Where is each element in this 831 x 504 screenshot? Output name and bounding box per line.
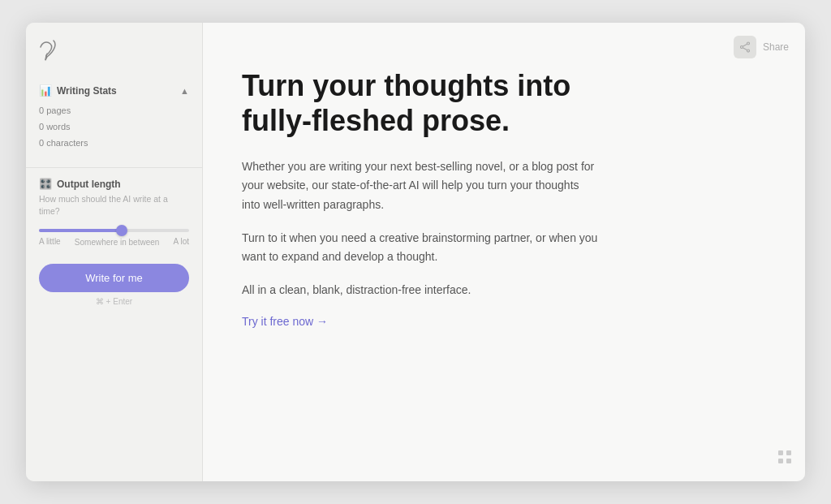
share-svg-icon bbox=[739, 41, 751, 53]
slider-label-middle: Somewhere in between bbox=[75, 237, 160, 248]
sidebar: 📊 Writing Stats ▲ 0 pages 0 words 0 char… bbox=[26, 23, 203, 481]
svg-line-4 bbox=[743, 48, 747, 50]
slider-labels: A little Somewhere in between A lot bbox=[39, 237, 189, 248]
grid-icon bbox=[777, 450, 792, 468]
slider-label-right: A lot bbox=[174, 237, 189, 248]
svg-point-0 bbox=[747, 42, 749, 45]
slider-thumb[interactable] bbox=[116, 225, 127, 236]
divider bbox=[26, 167, 202, 168]
svg-rect-6 bbox=[786, 450, 791, 455]
svg-rect-7 bbox=[778, 459, 783, 463]
writing-stats-section: 📊 Writing Stats ▲ 0 pages 0 words 0 char… bbox=[26, 78, 202, 157]
slider-fill bbox=[39, 229, 122, 232]
writing-stats-header: 📊 Writing Stats ▲ bbox=[39, 84, 189, 97]
hero-paragraph-2: Turn to it when you need a creative brai… bbox=[242, 229, 599, 266]
try-free-link[interactable]: Try it free now → bbox=[242, 315, 328, 328]
main-content: Share Turn your thoughts into fully-fles… bbox=[203, 23, 805, 481]
logo-area bbox=[26, 36, 202, 78]
slider-track bbox=[39, 229, 189, 232]
output-length-title: Output length bbox=[57, 179, 121, 190]
hero-content: Turn your thoughts into fully-fleshed pr… bbox=[242, 68, 599, 329]
output-length-description: How much should the AI write at a time? bbox=[39, 193, 189, 217]
hero-paragraph-3: All in a clean, blank, distraction-free … bbox=[242, 281, 599, 299]
output-length-icon: 🎛️ bbox=[39, 178, 52, 190]
output-length-section: 🎛️ Output length How much should the AI … bbox=[26, 178, 202, 305]
output-length-header: 🎛️ Output length bbox=[39, 178, 189, 190]
writing-stats-title: Writing Stats bbox=[57, 85, 117, 97]
bar-chart-icon: 📊 bbox=[39, 84, 52, 97]
share-icon-button[interactable] bbox=[734, 36, 756, 58]
share-label: Share bbox=[763, 41, 789, 53]
hero-paragraph-1: Whether you are writing your next best-s… bbox=[242, 157, 599, 213]
writing-stats-header-left: 📊 Writing Stats bbox=[39, 84, 117, 97]
top-bar: Share bbox=[734, 36, 789, 58]
hero-title: Turn your thoughts into fully-fleshed pr… bbox=[242, 68, 599, 138]
svg-point-1 bbox=[747, 50, 749, 52]
svg-rect-8 bbox=[786, 459, 791, 463]
write-for-me-button[interactable]: Write for me bbox=[39, 264, 189, 292]
app-logo-icon bbox=[39, 39, 57, 62]
svg-rect-5 bbox=[778, 450, 783, 455]
svg-line-3 bbox=[743, 44, 747, 46]
write-shortcut-hint: ⌘ + Enter bbox=[39, 297, 189, 306]
stat-words: 0 words bbox=[39, 119, 189, 136]
chevron-up-icon[interactable]: ▲ bbox=[180, 86, 189, 96]
output-length-slider-container[interactable] bbox=[39, 229, 189, 232]
app-window: 📊 Writing Stats ▲ 0 pages 0 words 0 char… bbox=[26, 23, 805, 481]
slider-label-left: A little bbox=[39, 237, 61, 248]
svg-point-2 bbox=[740, 46, 743, 49]
stat-pages: 0 pages bbox=[39, 103, 189, 119]
stat-characters: 0 characters bbox=[39, 136, 189, 152]
